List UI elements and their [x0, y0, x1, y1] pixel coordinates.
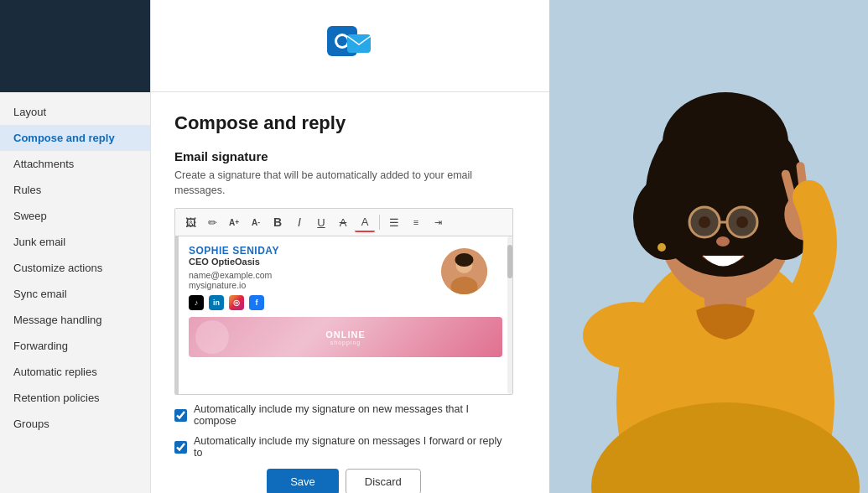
sig-banner-sub: shopping	[325, 340, 366, 345]
sig-banner: ONLINE shopping	[189, 317, 502, 357]
sidebar-item-groups[interactable]: Groups	[0, 411, 150, 437]
sidebar-item-rules[interactable]: Rules	[0, 177, 150, 203]
person-figure	[549, 0, 868, 493]
social-tiktok-icon: ♪	[189, 295, 204, 310]
sidebar-item-layout[interactable]: Layout	[0, 99, 150, 125]
svg-point-22	[699, 216, 710, 228]
settings-panel: Compose and reply Email signature Create…	[151, 92, 537, 493]
checkbox-reply-messages-input[interactable]	[174, 441, 187, 454]
svg-rect-3	[347, 34, 371, 53]
toolbar-numbered-btn[interactable]: ≡	[406, 212, 426, 232]
svg-point-2	[337, 36, 347, 46]
sig-banner-deco	[195, 320, 229, 354]
sig-avatar-image	[441, 248, 487, 294]
page-title: Compose and reply	[174, 112, 513, 134]
svg-point-17	[654, 130, 713, 197]
right-background	[549, 0, 868, 493]
svg-point-23	[736, 216, 748, 228]
sig-avatar	[441, 248, 487, 294]
toolbar-underline-btn[interactable]: U	[311, 212, 331, 232]
save-button[interactable]: Save	[267, 469, 339, 493]
signature-editor[interactable]: SOPHIE SENIDAY CEO OptieOasis name@examp…	[174, 236, 513, 395]
toolbar-font-size-down-btn[interactable]: A-	[246, 212, 266, 232]
sidebar-item-retention-policies[interactable]: Retention policies	[0, 385, 150, 411]
email-signature-desc: Create a signature that will be automati…	[174, 169, 513, 198]
social-facebook-icon: f	[249, 295, 264, 310]
checkbox-auto-sig-reply[interactable]: Automatically include my signature on me…	[174, 435, 513, 459]
sidebar-item-sync-email[interactable]: Sync email	[0, 281, 150, 307]
sidebar-item-compose-reply[interactable]: Compose and reply	[0, 125, 150, 151]
social-instagram-icon: ◎	[229, 295, 244, 310]
toolbar-pen-btn[interactable]: ✏	[202, 212, 222, 232]
sidebar-top-dark	[0, 0, 150, 92]
sidebar-item-attachments[interactable]: Attachments	[0, 151, 150, 177]
editor-scrollbar[interactable]	[507, 236, 512, 394]
main-content: Compose and reply Email signature Create…	[151, 0, 549, 493]
toolbar-italic-btn[interactable]: I	[289, 212, 309, 232]
toolbar-strikethrough-btn[interactable]: A	[333, 212, 353, 232]
toolbar-font-color-btn[interactable]: A	[355, 212, 375, 232]
footer-buttons: Save Discard	[174, 459, 513, 493]
toolbar-bold-btn[interactable]: B	[268, 212, 288, 232]
sidebar-item-sweep[interactable]: Sweep	[0, 203, 150, 229]
social-linkedin-icon: in	[209, 295, 224, 310]
person-illustration	[549, 0, 868, 493]
toolbar-bullets-btn[interactable]: ☰	[384, 212, 404, 232]
discard-button[interactable]: Discard	[346, 469, 421, 493]
toolbar-image-btn[interactable]: 🖼	[180, 212, 200, 232]
sig-banner-text: ONLINE	[325, 330, 366, 340]
checkbox-auto-sig-new[interactable]: Automatically include my signature on ne…	[174, 403, 513, 427]
editor-scrollbar-thumb	[507, 245, 512, 278]
toolbar-font-size-up-btn[interactable]: A+	[224, 212, 244, 232]
sig-social-row: ♪ in ◎ f	[189, 295, 502, 310]
sidebar-item-automatic-replies[interactable]: Automatic replies	[0, 359, 150, 385]
sidebar-item-message-handling[interactable]: Message handling	[0, 307, 150, 333]
outlook-logo-bar	[151, 0, 549, 92]
sidebar-item-customize-actions[interactable]: Customize actions	[0, 255, 150, 281]
sidebar: Layout Compose and reply Attachments Rul…	[0, 0, 151, 493]
svg-point-24	[716, 236, 730, 246]
svg-point-31	[657, 243, 666, 252]
checkbox-new-messages-input[interactable]	[174, 409, 187, 422]
svg-point-6	[455, 253, 474, 267]
sidebar-item-junk-email[interactable]: Junk email	[0, 229, 150, 255]
checkbox-reply-messages-label: Automatically include my signature on me…	[194, 435, 513, 459]
svg-point-30	[583, 302, 683, 369]
outlook-icon	[324, 19, 377, 73]
editor-content[interactable]: SOPHIE SENIDAY CEO OptieOasis name@examp…	[179, 236, 512, 394]
toolbar-separator	[379, 215, 380, 230]
checkbox-new-messages-label: Automatically include my signature on ne…	[194, 403, 513, 427]
sidebar-item-forwarding[interactable]: Forwarding	[0, 333, 150, 359]
sidebar-nav: Layout Compose and reply Attachments Rul…	[0, 92, 150, 493]
editor-toolbar: 🖼 ✏ A+ A- B I U A A ☰ ≡ ⇥	[174, 208, 513, 236]
toolbar-indent-btn[interactable]: ⇥	[428, 212, 448, 232]
email-signature-title: Email signature	[174, 149, 513, 163]
right-panel	[549, 0, 868, 493]
